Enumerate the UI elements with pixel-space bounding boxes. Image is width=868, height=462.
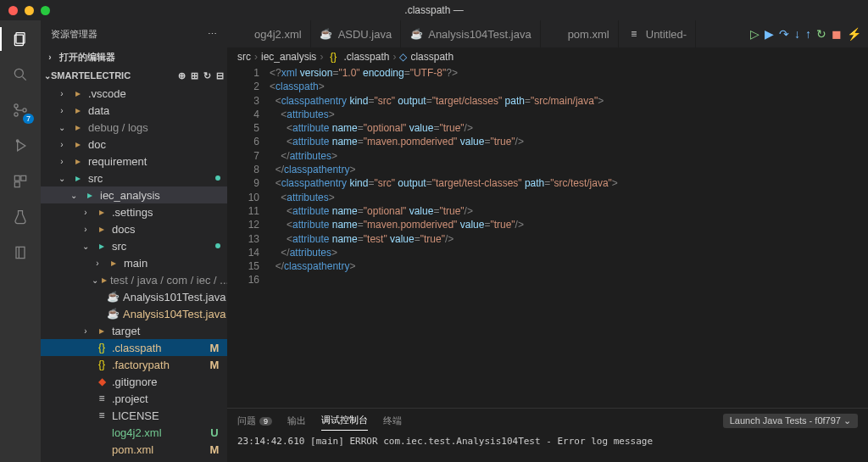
tree-item[interactable]: ⌄▸src bbox=[41, 170, 227, 186]
tree-item[interactable]: {}.classpathM bbox=[41, 339, 227, 356]
tab-bar[interactable]: og4j2.xml☕ASDU.java☕Analysis104Test.java… bbox=[227, 20, 868, 47]
more-icon[interactable]: ⋯ bbox=[208, 29, 217, 40]
tree-item[interactable]: ›▸target bbox=[41, 322, 227, 339]
titlebar: .classpath — bbox=[0, 0, 868, 20]
test-icon[interactable] bbox=[8, 205, 32, 229]
sidebar: 资源管理器⋯ ›打开的编辑器 ⌄SMARTELECTRIC ⊕ ⊞ ↻ ⊟ ›▸… bbox=[41, 20, 227, 462]
code-editor[interactable]: 12345678910111213141516 <?xml version="1… bbox=[227, 66, 868, 408]
step-over-icon[interactable]: ↷ bbox=[779, 27, 789, 41]
tree-item[interactable]: ›▸main bbox=[41, 254, 227, 271]
tree-item[interactable]: ≡.project bbox=[41, 390, 227, 407]
tree-item[interactable]: ›▸docs bbox=[41, 220, 227, 237]
tree-item[interactable]: ☕Analysis101Test.java bbox=[41, 288, 227, 305]
restart-icon[interactable]: ↻ bbox=[816, 27, 826, 41]
open-editors-section[interactable]: ›打开的编辑器 bbox=[41, 47, 227, 66]
step-into-icon[interactable]: ↓ bbox=[794, 27, 800, 41]
editor-tab[interactable]: ≡Untitled- bbox=[619, 20, 696, 47]
tree-item[interactable]: ⌄▸src bbox=[41, 237, 227, 254]
step-out-icon[interactable]: ↑ bbox=[805, 27, 811, 41]
extensions-icon[interactable] bbox=[8, 170, 32, 193]
tree-item[interactable]: ›▸requirement bbox=[41, 153, 227, 170]
activity-bar: 7 bbox=[0, 20, 41, 462]
tree-item[interactable]: ☕Analysis104Test.javaM bbox=[41, 305, 227, 322]
tree-item[interactable]: ⌄▸debug / logs bbox=[41, 119, 227, 136]
window-title: .classpath — bbox=[404, 4, 463, 16]
new-folder-icon[interactable]: ⊞ bbox=[191, 70, 198, 81]
collapse-icon[interactable]: ⊟ bbox=[216, 70, 224, 81]
tree-item[interactable]: pom.xmlM bbox=[41, 441, 227, 458]
tree-item[interactable]: ≡LICENSE bbox=[41, 407, 227, 424]
stop-icon[interactable]: ◼ bbox=[832, 27, 842, 41]
search-icon[interactable] bbox=[8, 63, 32, 86]
panel-debug-console[interactable]: 调试控制台 bbox=[321, 410, 368, 431]
editor-tab[interactable]: pom.xml bbox=[541, 20, 619, 47]
explorer-icon[interactable] bbox=[8, 27, 32, 51]
tree-item[interactable]: ◈README.md bbox=[41, 458, 227, 462]
editor-tab[interactable]: og4j2.xml bbox=[227, 20, 311, 47]
panel-log: 23:14:42.610 [main] ERROR com.iec.test.A… bbox=[227, 432, 868, 462]
new-file-icon[interactable]: ⊕ bbox=[178, 70, 186, 81]
svg-rect-9 bbox=[21, 175, 26, 181]
tree-item[interactable]: ›▸.settings bbox=[41, 203, 227, 220]
svg-rect-8 bbox=[14, 175, 19, 181]
source-control-icon[interactable]: 7 bbox=[8, 98, 32, 122]
svg-rect-10 bbox=[14, 182, 19, 187]
panel-output[interactable]: 输出 bbox=[287, 411, 306, 431]
bolt-icon[interactable]: ⚡ bbox=[847, 27, 861, 41]
close-window[interactable] bbox=[8, 6, 18, 15]
svg-rect-11 bbox=[16, 247, 25, 258]
editor-tab[interactable]: ☕Analysis104Test.java bbox=[401, 20, 540, 47]
breadcrumb[interactable]: src› iec_analysis› {}.classpath› ◇classp… bbox=[227, 47, 868, 66]
svg-line-3 bbox=[23, 77, 26, 81]
svg-point-6 bbox=[23, 109, 26, 112]
svg-point-5 bbox=[14, 113, 18, 116]
tree-item[interactable]: ›▸data bbox=[41, 102, 227, 119]
continue-icon[interactable]: ▶ bbox=[765, 27, 774, 41]
maximize-window[interactable] bbox=[41, 6, 50, 15]
sidebar-title: 资源管理器⋯ bbox=[41, 20, 227, 47]
panel-problems[interactable]: 问题9 bbox=[237, 411, 272, 431]
debug-icon[interactable] bbox=[8, 134, 32, 158]
panel: 问题9 输出 调试控制台 终端 Launch Java Tests - f0f7… bbox=[227, 408, 868, 462]
bookmark-icon[interactable] bbox=[8, 241, 32, 264]
svg-point-2 bbox=[14, 69, 23, 77]
tree-item[interactable]: ›▸.vscode bbox=[41, 85, 227, 102]
tree-item[interactable]: ◆.gitignore bbox=[41, 373, 227, 390]
editor-tab[interactable]: ☕ASDU.java bbox=[311, 20, 402, 47]
tree-item[interactable]: ›▸doc bbox=[41, 136, 227, 153]
tree-item[interactable]: log4j2.xmlU bbox=[41, 424, 227, 441]
launch-config[interactable]: Launch Java Tests - f0f797 ⌄ bbox=[723, 414, 858, 428]
refresh-icon[interactable]: ↻ bbox=[203, 70, 211, 81]
run-icon[interactable]: ▷ bbox=[750, 27, 760, 41]
tree-item[interactable]: ⌄▸test / java / com / iec / ... bbox=[41, 271, 227, 288]
svg-point-4 bbox=[14, 104, 18, 108]
minimize-window[interactable] bbox=[25, 6, 34, 15]
tree-item[interactable]: {}.factorypathM bbox=[41, 356, 227, 373]
panel-terminal[interactable]: 终端 bbox=[383, 411, 402, 431]
tree-item[interactable]: ⌄▸iec_analysis bbox=[41, 186, 227, 203]
file-tree[interactable]: ›▸.vscode›▸data⌄▸debug / logs›▸doc›▸requ… bbox=[41, 85, 227, 462]
workspace-section[interactable]: ⌄SMARTELECTRIC ⊕ ⊞ ↻ ⊟ bbox=[41, 66, 227, 85]
